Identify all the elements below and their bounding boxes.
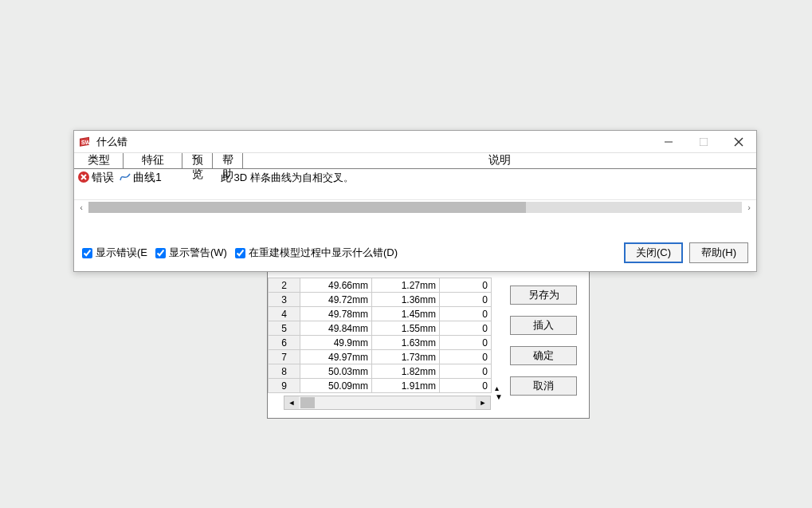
whats-wrong-dialog: SW 什么错 类型 特征 预览 帮助 说明 错误 曲线1 此 3D 样条曲线为自… bbox=[73, 130, 757, 272]
error-description: 此 3D 样条曲线为自相交叉。 bbox=[221, 171, 354, 185]
table-row[interactable]: 950.09mm1.91mm0 bbox=[269, 379, 492, 393]
cell-val-b[interactable]: 1.63mm bbox=[372, 336, 440, 350]
show-errors-label: 显示错误(E bbox=[96, 246, 147, 260]
table-horizontal-scrollbar[interactable]: ◄ ► bbox=[284, 396, 491, 410]
table-row[interactable]: 349.72mm1.36mm0 bbox=[269, 293, 492, 307]
bottom-bar: 显示错误(E 显示警告(W) 在重建模型过程中显示什么错(D) 关闭(C) 帮助… bbox=[82, 242, 748, 263]
svg-rect-4 bbox=[700, 138, 708, 146]
row-number: 7 bbox=[269, 350, 300, 364]
cell-val-c[interactable]: 0 bbox=[440, 293, 492, 307]
side-buttons: 另存为 插入 确定 取消 bbox=[510, 286, 577, 396]
close-window-button[interactable] bbox=[721, 131, 756, 153]
minimize-button[interactable] bbox=[651, 131, 686, 153]
cell-val-a[interactable]: 49.9mm bbox=[300, 336, 372, 350]
cell-val-b[interactable]: 1.55mm bbox=[372, 321, 440, 336]
cell-val-b[interactable]: 1.45mm bbox=[372, 307, 440, 321]
show-warnings-label: 显示警告(W) bbox=[169, 246, 227, 260]
list-scroll-left-arrow[interactable]: ‹ bbox=[74, 200, 88, 215]
list-scroll-track[interactable] bbox=[88, 202, 742, 213]
header-type[interactable]: 类型 bbox=[74, 153, 124, 168]
row-number: 6 bbox=[269, 336, 300, 350]
titlebar: SW 什么错 bbox=[74, 131, 756, 153]
list-horizontal-scrollbar[interactable]: ‹ › bbox=[74, 199, 756, 214]
cell-val-c[interactable]: 0 bbox=[440, 307, 492, 321]
feature-label: 曲线1 bbox=[133, 171, 162, 185]
help-button[interactable]: 帮助(H) bbox=[689, 242, 748, 263]
row-number: 8 bbox=[269, 364, 300, 379]
error-type-label: 错误 bbox=[92, 171, 114, 185]
show-warnings-input[interactable] bbox=[155, 248, 166, 258]
header-preview[interactable]: 预览 bbox=[182, 153, 213, 168]
show-errors-checkbox[interactable]: 显示错误(E bbox=[82, 246, 147, 260]
cell-val-a[interactable]: 49.66mm bbox=[300, 278, 372, 293]
column-headers: 类型 特征 预览 帮助 说明 bbox=[74, 153, 756, 169]
curve-icon bbox=[119, 171, 131, 186]
error-icon bbox=[77, 171, 90, 186]
cell-val-c[interactable]: 0 bbox=[440, 364, 492, 379]
dialog-title: 什么错 bbox=[95, 135, 651, 149]
svg-text:SW: SW bbox=[81, 140, 91, 145]
header-description[interactable]: 说明 bbox=[243, 153, 756, 168]
scroll-left-arrow[interactable]: ◄ bbox=[284, 396, 299, 409]
row-number: 2 bbox=[269, 278, 300, 293]
vertical-scroll-indicator[interactable]: ▴▼ bbox=[495, 384, 503, 401]
row-number: 4 bbox=[269, 307, 300, 321]
row-number: 5 bbox=[269, 321, 300, 336]
cell-val-b[interactable]: 1.27mm bbox=[372, 278, 440, 293]
show-during-rebuild-input[interactable] bbox=[235, 248, 245, 258]
cell-val-a[interactable]: 49.97mm bbox=[300, 350, 372, 364]
cell-val-c[interactable]: 0 bbox=[440, 350, 492, 364]
cell-val-b[interactable]: 1.82mm bbox=[372, 364, 440, 379]
cancel-button[interactable]: 取消 bbox=[510, 376, 577, 396]
cell-val-a[interactable]: 50.09mm bbox=[300, 379, 372, 393]
table-row[interactable]: 249.66mm1.27mm0 bbox=[269, 278, 492, 293]
table-row[interactable]: 449.78mm1.45mm0 bbox=[269, 307, 492, 321]
cell-val-c[interactable]: 0 bbox=[440, 379, 492, 393]
curve-points-table: 249.66mm1.27mm0349.72mm1.36mm0449.78mm1.… bbox=[268, 278, 492, 393]
row-number: 9 bbox=[269, 379, 300, 393]
list-scroll-right-arrow[interactable]: › bbox=[742, 200, 756, 215]
save-as-button[interactable]: 另存为 bbox=[510, 286, 577, 305]
header-feature[interactable]: 特征 bbox=[124, 153, 182, 168]
cell-val-b[interactable]: 1.36mm bbox=[372, 293, 440, 307]
ok-button[interactable]: 确定 bbox=[510, 346, 577, 365]
cell-val-a[interactable]: 49.78mm bbox=[300, 307, 372, 321]
table-row[interactable]: 749.97mm1.73mm0 bbox=[269, 350, 492, 364]
show-warnings-checkbox[interactable]: 显示警告(W) bbox=[155, 246, 227, 260]
table-row[interactable]: 549.84mm1.55mm0 bbox=[269, 321, 492, 336]
cell-val-c[interactable]: 0 bbox=[440, 278, 492, 293]
show-errors-input[interactable] bbox=[82, 248, 92, 258]
show-during-rebuild-checkbox[interactable]: 在重建模型过程中显示什么错(D) bbox=[235, 246, 398, 260]
cell-val-a[interactable]: 49.84mm bbox=[300, 321, 372, 336]
list-scroll-thumb[interactable] bbox=[88, 202, 526, 213]
insert-button[interactable]: 插入 bbox=[510, 316, 577, 335]
cell-val-a[interactable]: 50.03mm bbox=[300, 364, 372, 379]
cell-val-b[interactable]: 1.91mm bbox=[372, 379, 440, 393]
scroll-right-arrow[interactable]: ► bbox=[476, 396, 490, 409]
maximize-button[interactable] bbox=[686, 131, 721, 153]
scroll-thumb[interactable] bbox=[300, 397, 315, 408]
app-icon: SW bbox=[79, 136, 92, 148]
cell-val-c[interactable]: 0 bbox=[440, 336, 492, 350]
row-number: 3 bbox=[269, 293, 300, 307]
cell-val-a[interactable]: 49.72mm bbox=[300, 293, 372, 307]
cell-val-b[interactable]: 1.73mm bbox=[372, 350, 440, 364]
header-help[interactable]: 帮助 bbox=[213, 153, 243, 168]
close-button[interactable]: 关闭(C) bbox=[624, 242, 683, 263]
cell-val-c[interactable]: 0 bbox=[440, 321, 492, 336]
table-row[interactable]: 850.03mm1.82mm0 bbox=[269, 364, 492, 379]
show-during-rebuild-label: 在重建模型过程中显示什么错(D) bbox=[249, 246, 398, 260]
error-row[interactable]: 错误 曲线1 此 3D 样条曲线为自相交叉。 bbox=[74, 169, 756, 187]
table-row[interactable]: 649.9mm1.63mm0 bbox=[269, 336, 492, 350]
